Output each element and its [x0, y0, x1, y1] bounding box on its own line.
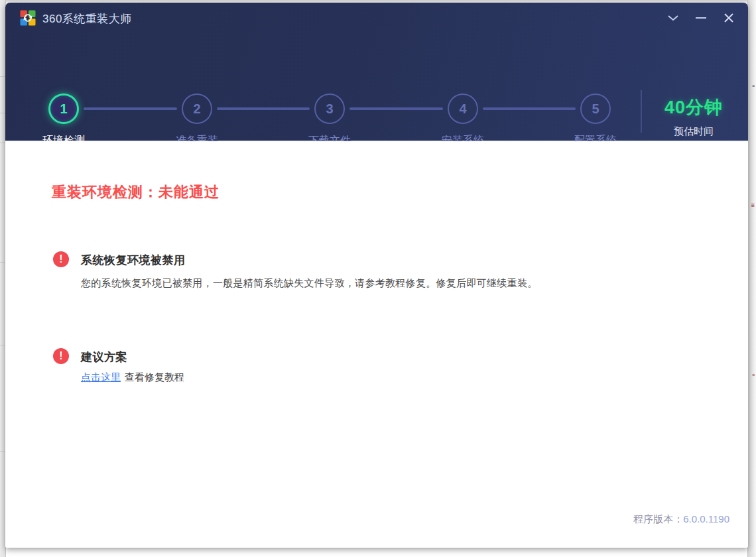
chevron-down-icon[interactable]: [663, 9, 683, 27]
alert-glyph: !: [59, 254, 62, 265]
version-label: 程序版本：: [633, 513, 683, 525]
step-connector: [84, 107, 177, 110]
step-number: 2: [193, 101, 200, 117]
step-circle-4: 4: [448, 93, 478, 124]
app-window: 360系统重装大师 1 2 3 4 5: [5, 3, 748, 548]
estimate-block: 40分钟 预估时间: [650, 95, 737, 138]
estimate-label: 预估时间: [650, 125, 737, 138]
step-number: 1: [60, 101, 67, 117]
version-info: 程序版本：6.0.0.1190: [633, 513, 729, 526]
app-logo-icon: [20, 10, 36, 26]
version-value: 6.0.0.1190: [683, 513, 729, 525]
alert-icon: !: [53, 251, 69, 267]
step-number: 4: [459, 101, 466, 117]
step-circle-3: 3: [314, 93, 345, 124]
step-number: 3: [326, 101, 333, 117]
alert-icon: !: [53, 348, 69, 364]
main-content: 重装环境检测：未能通过 ! 系统恢复环境被禁用 您的系统恢复环境已被禁用，一般是…: [5, 141, 748, 548]
estimate-time: 40分钟: [650, 95, 737, 119]
issue-title-suggestion: 建议方案: [81, 349, 127, 365]
issue-description: 您的系统恢复环境已被禁用，一般是精简系统缺失文件导致，请参考教程修复。修复后即可…: [81, 277, 538, 290]
step-circle-1: 1: [48, 93, 79, 124]
page-title: 重装环境检测：未能通过: [52, 182, 220, 202]
link-suffix-text: 查看修复教程: [125, 371, 184, 383]
title-bar: 360系统重装大师: [5, 3, 748, 34]
step-number: 5: [592, 101, 599, 117]
step-connector: [349, 107, 443, 110]
app-header: 360系统重装大师 1 2 3 4 5: [5, 3, 748, 141]
step-circle-5: 5: [580, 93, 611, 124]
step-connector: [483, 107, 576, 110]
suggestion-row: 点击这里查看修复教程: [81, 371, 184, 384]
minimize-icon[interactable]: [691, 9, 711, 27]
background-window-edge-right: ≡ ≣ ≡: [747, 0, 756, 557]
step-connector: [217, 107, 310, 110]
step-circle-2: 2: [182, 93, 212, 124]
progress-steps: 1 2 3 4 5 环境检测 准备重装 下载文件 安装系统 配置系统 40分钟 …: [5, 34, 748, 141]
alert-glyph: !: [59, 351, 62, 361]
close-icon[interactable]: [719, 9, 739, 27]
window-title: 360系统重装大师: [42, 11, 132, 27]
repair-tutorial-link[interactable]: 点击这里: [81, 371, 121, 383]
divider: [641, 90, 642, 133]
screen: ≡ ≣ ≡ 360系统重装大师: [0, 0, 756, 557]
issue-title-recovery-disabled: 系统恢复环境被禁用: [81, 253, 186, 268]
